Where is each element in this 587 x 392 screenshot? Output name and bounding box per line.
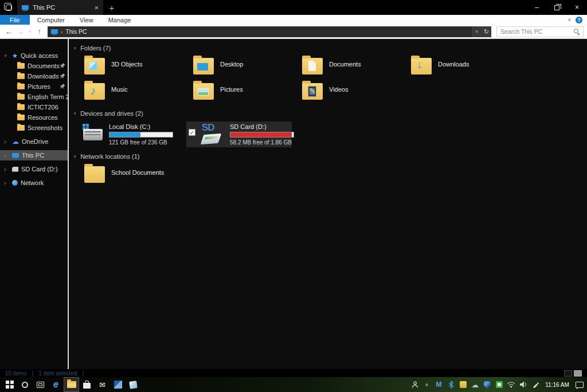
history-chevron-icon[interactable]: ∨ bbox=[26, 29, 33, 34]
tray-icons: ∧M☁ bbox=[409, 377, 541, 392]
address-dropdown-button[interactable]: ∨ bbox=[472, 26, 482, 37]
pen-icon[interactable] bbox=[529, 377, 541, 392]
group-title: Network locations (1) bbox=[80, 153, 139, 160]
chevron-right-icon[interactable]: › bbox=[4, 166, 9, 173]
taskbar: e✉ ∧M☁ 11:16 AM bbox=[0, 377, 587, 392]
defender-shield-icon[interactable] bbox=[481, 377, 493, 392]
folder-item-3d-objects[interactable]: 3D Objects bbox=[83, 55, 192, 80]
chevron-right-icon[interactable]: › bbox=[4, 180, 9, 186]
sidebar-item-english-term-2[interactable]: English Term 2 bbox=[0, 92, 68, 102]
help-button[interactable]: ? bbox=[576, 17, 582, 23]
app-shortcut[interactable] bbox=[126, 377, 141, 392]
sidebar-item-onedrive[interactable]: ›☁OneDrive bbox=[0, 136, 68, 147]
details-view-button[interactable] bbox=[574, 370, 582, 377]
restore-button[interactable] bbox=[547, 0, 567, 15]
refresh-button[interactable]: ↻ bbox=[482, 26, 491, 37]
chevron-down-icon[interactable]: ∨ bbox=[73, 111, 76, 116]
address-bar[interactable]: › This PC ∨ ↻ bbox=[48, 26, 491, 37]
people-icon[interactable] bbox=[409, 377, 421, 392]
cortana-button[interactable] bbox=[17, 377, 33, 392]
network-grid: School Documents bbox=[83, 163, 525, 189]
close-button[interactable]: × bbox=[567, 0, 587, 15]
tray-expand-chevron[interactable]: ∧ bbox=[421, 377, 433, 392]
folders-grid: 3D ObjectsDesktopDocuments↓Downloads♪Mus… bbox=[83, 55, 525, 105]
sidebar-item-quick-access[interactable]: ∨★Quick access bbox=[0, 50, 68, 61]
selected-count: 1 item selected bbox=[38, 370, 77, 377]
up-button[interactable]: ↑ bbox=[34, 28, 45, 36]
back-button[interactable]: ← bbox=[3, 28, 14, 36]
group-header-folders[interactable]: ∨ Folders (7) bbox=[73, 44, 587, 53]
bluetooth-icon[interactable] bbox=[445, 377, 457, 392]
photos-app[interactable] bbox=[110, 377, 126, 392]
drive-info: SD Card (D:)58.2 MB free of 1.86 GB bbox=[230, 123, 294, 146]
tab-stack-button[interactable] bbox=[0, 0, 17, 15]
thumbnail-view-button[interactable] bbox=[564, 370, 572, 377]
sidebar-item-label: OneDrive bbox=[22, 138, 48, 145]
breadcrumb[interactable]: This PC bbox=[65, 28, 87, 35]
folder-item-downloads[interactable]: ↓Downloads bbox=[410, 55, 519, 80]
folder-item-desktop[interactable]: Desktop bbox=[192, 55, 301, 80]
ribbon-tab-computer[interactable]: Computer bbox=[30, 15, 72, 25]
ribbon-collapse-chevron-icon[interactable]: ∨ bbox=[568, 17, 571, 22]
sidebar-item-downloads[interactable]: Downloads bbox=[0, 71, 68, 81]
capture-icon[interactable] bbox=[493, 377, 505, 392]
chevron-right-icon[interactable]: › bbox=[4, 152, 9, 159]
folder-item-documents[interactable]: Documents bbox=[301, 55, 410, 80]
folder-item-videos[interactable]: Videos bbox=[301, 80, 410, 105]
ribbon-tab-manage[interactable]: Manage bbox=[101, 15, 139, 25]
sidebar-item-pictures[interactable]: Pictures bbox=[0, 81, 68, 92]
folder-item-music[interactable]: ♪Music bbox=[83, 80, 192, 105]
ribbon-tab-file[interactable]: File bbox=[0, 15, 30, 25]
capacity-bar bbox=[230, 132, 294, 138]
content-pane: ∨ Folders (7) 3D ObjectsDesktopDocuments… bbox=[69, 39, 587, 369]
main-area: ∨★Quick accessDocumentsDownloadsPictures… bbox=[0, 39, 587, 369]
drive-item-sd-card-d[interactable]: ✓SDSD Card (D:)58.2 MB free of 1.86 GB bbox=[186, 121, 292, 147]
group-header-network[interactable]: ∨ Network locations (1) bbox=[73, 152, 587, 161]
folder-item-school-documents[interactable]: School Documents bbox=[83, 163, 192, 189]
clock[interactable]: 11:16 AM bbox=[541, 382, 573, 388]
chevron-right-icon[interactable]: › bbox=[4, 139, 9, 145]
cortana-icon bbox=[22, 382, 28, 388]
chevron-down-icon[interactable]: ∨ bbox=[4, 53, 9, 58]
onedrive-icon[interactable]: ☁ bbox=[469, 377, 481, 392]
search-icon[interactable] bbox=[574, 29, 580, 34]
volume-icon[interactable] bbox=[517, 377, 529, 392]
chevron-down-icon[interactable]: ∨ bbox=[73, 154, 76, 159]
sidebar-item-ictict206[interactable]: ICTICT206 bbox=[0, 102, 68, 112]
chevron-down-icon[interactable]: ∨ bbox=[73, 46, 76, 50]
file-explorer-app[interactable] bbox=[64, 377, 79, 392]
forward-button[interactable]: → bbox=[15, 28, 26, 36]
folder-item-pictures[interactable]: Pictures bbox=[192, 80, 301, 105]
new-tab-button[interactable]: + bbox=[103, 3, 120, 13]
sidebar-item-resources[interactable]: Resources bbox=[0, 112, 68, 123]
tab-this-pc[interactable]: This PC × bbox=[17, 0, 103, 15]
search-input[interactable]: Search This PC bbox=[496, 26, 584, 37]
edge-app[interactable]: e bbox=[48, 377, 64, 392]
sidebar-item-sd-card-d[interactable]: ›SD Card (D:) bbox=[0, 164, 68, 174]
tab-close-icon[interactable]: × bbox=[94, 4, 99, 11]
sidebar-item-network[interactable]: ›Network bbox=[0, 178, 68, 188]
ribbon-tabs: FileComputerViewManage bbox=[0, 15, 138, 25]
action-center-button[interactable] bbox=[573, 377, 585, 392]
checkbox-checked-icon[interactable]: ✓ bbox=[189, 129, 195, 136]
sidebar-item-label: This PC bbox=[22, 152, 44, 159]
drive-item-local-disk-c[interactable]: Local Disk (C:)121 GB free of 236 GB bbox=[81, 121, 186, 147]
store-app[interactable] bbox=[79, 377, 95, 392]
wifi-icon[interactable] bbox=[505, 377, 517, 392]
sidebar-item-documents[interactable]: Documents bbox=[0, 61, 68, 71]
battery-icon[interactable] bbox=[457, 377, 469, 392]
sidebar-item-screenshots[interactable]: Screenshots bbox=[0, 123, 68, 133]
mail-m-icon[interactable]: M bbox=[433, 377, 445, 392]
sidebar-item-label: Resources bbox=[28, 114, 58, 121]
ribbon-tab-view[interactable]: View bbox=[72, 15, 101, 25]
mail-app[interactable]: ✉ bbox=[95, 377, 110, 392]
folder-icon bbox=[302, 83, 323, 100]
download-arrow-glyph: ↓ bbox=[417, 58, 422, 72]
sidebar-item-this-pc[interactable]: ›This PC bbox=[0, 150, 68, 160]
group-header-drives[interactable]: ∨ Devices and drives (2) bbox=[73, 109, 587, 118]
task-view-button[interactable] bbox=[33, 377, 48, 392]
folder-icon bbox=[302, 58, 323, 75]
start-button[interactable] bbox=[2, 377, 17, 392]
minimize-button[interactable]: – bbox=[527, 0, 547, 15]
group-title: Folders (7) bbox=[80, 45, 111, 52]
